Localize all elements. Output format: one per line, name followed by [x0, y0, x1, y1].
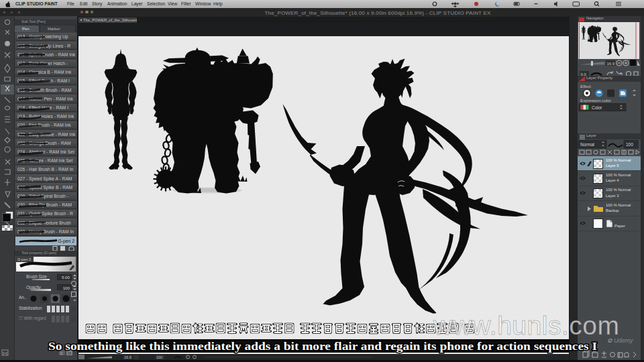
svg-text:So something like this immedia: So something like this immediately adds … [48, 340, 597, 353]
